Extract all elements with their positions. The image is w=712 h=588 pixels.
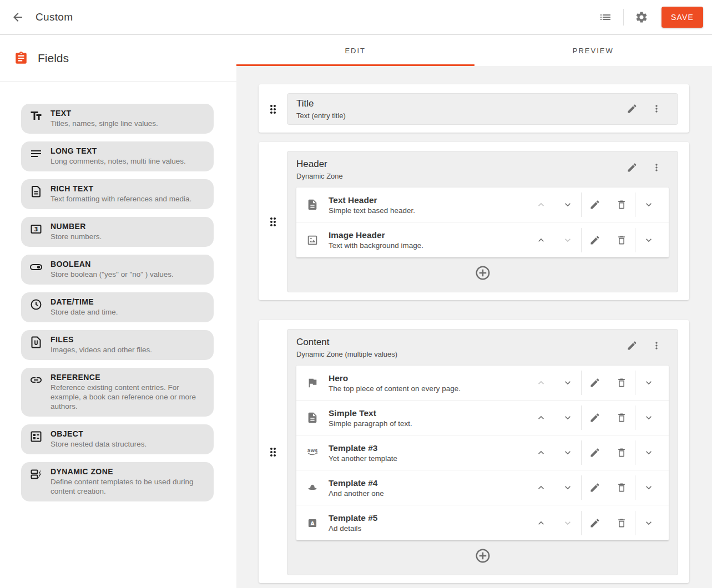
move-down-button[interactable] — [554, 191, 581, 218]
field-menu-button[interactable] — [644, 158, 669, 178]
pencil-icon — [589, 235, 600, 246]
template-name: Image Header — [329, 230, 528, 240]
drag-handle-icon[interactable] — [266, 215, 280, 229]
field-type-text[interactable]: TEXT Titles, names, single line values. — [21, 104, 214, 134]
flag-icon — [306, 377, 319, 389]
delete-template-button[interactable] — [608, 404, 635, 431]
trash-icon — [616, 518, 627, 529]
field-type-dynamic-zone[interactable]: DYNAMIC ZONE Define content templates to… — [21, 462, 214, 501]
chevron-down-icon — [562, 482, 573, 493]
move-up-button[interactable] — [528, 439, 554, 466]
field-menu-button[interactable] — [644, 99, 669, 119]
text-fields-icon — [29, 109, 43, 123]
delete-template-button[interactable] — [608, 191, 635, 218]
move-down-button[interactable] — [554, 227, 581, 254]
field-type-object[interactable]: OBJECT Store nested data structures. — [21, 424, 214, 454]
template-description: Yet another template — [329, 454, 528, 463]
field-type-number[interactable]: NUMBER Store numbers. — [21, 217, 214, 247]
image-icon — [306, 234, 319, 246]
expand-template-button[interactable] — [635, 510, 662, 536]
field-card-header: Header Dynamic Zone Text Header — [259, 142, 689, 300]
move-up-button[interactable] — [528, 404, 554, 431]
back-button[interactable] — [7, 6, 29, 28]
list-icon — [599, 11, 612, 24]
move-up-button[interactable] — [528, 510, 554, 536]
field-card-title: Title Text (entry title) — [259, 84, 689, 133]
field-title: Content — [296, 337, 620, 348]
field-type-boolean[interactable]: BOOLEAN Store boolean ("yes" or "no" ) v… — [21, 255, 214, 285]
field-type-date-time[interactable]: DATE/TIME Store date and time. — [21, 292, 214, 322]
delete-template-button[interactable] — [608, 474, 635, 501]
field-type-reference[interactable]: REFERENCE Reference existing content ent… — [21, 368, 214, 417]
save-button[interactable]: SAVE — [661, 7, 703, 28]
delete-template-button[interactable] — [608, 227, 635, 254]
edit-field-button[interactable] — [620, 99, 644, 119]
tab-edit[interactable]: EDIT — [236, 35, 474, 66]
settings-button[interactable] — [630, 6, 653, 28]
edit-template-button[interactable] — [582, 439, 608, 466]
field-type-description: Store numbers. — [51, 232, 102, 241]
expand-template-button[interactable] — [635, 474, 662, 501]
drag-handle-icon[interactable] — [266, 445, 280, 459]
move-down-button[interactable] — [554, 369, 581, 396]
expand-template-button[interactable] — [635, 439, 662, 466]
drag-handle-icon[interactable] — [266, 103, 280, 116]
move-down-button[interactable] — [554, 404, 581, 431]
expand-template-button[interactable] — [635, 404, 662, 431]
chevron-down-icon — [643, 412, 654, 423]
document-icon — [306, 412, 319, 424]
move-up-button[interactable] — [528, 474, 554, 501]
field-type-label: RICH TEXT — [51, 184, 191, 194]
fields-title: Fields — [38, 52, 69, 65]
chevron-down-icon — [562, 199, 573, 210]
long-text-icon — [29, 147, 43, 160]
move-up-button[interactable] — [528, 191, 554, 218]
delete-template-button[interactable] — [608, 510, 635, 536]
expand-template-button[interactable] — [635, 227, 662, 254]
field-menu-button[interactable] — [644, 336, 669, 356]
template-name: Hero — [329, 373, 528, 383]
field-type-files[interactable]: FILES Images, videos and other files. — [21, 330, 214, 360]
template-row-template-4: Template #4 And another one — [296, 470, 669, 505]
field-subtitle: Dynamic Zone — [296, 172, 620, 180]
template-list: Hero The top piece of content on every p… — [296, 366, 669, 540]
arrow-back-icon — [11, 11, 24, 24]
index-list-button[interactable] — [594, 6, 617, 28]
move-down-button[interactable] — [554, 439, 581, 466]
move-up-button[interactable] — [528, 369, 554, 396]
expand-template-button[interactable] — [635, 191, 662, 218]
move-up-button[interactable] — [528, 227, 554, 254]
expand-template-button[interactable] — [635, 369, 662, 396]
edit-template-button[interactable] — [582, 474, 608, 501]
pencil-icon — [589, 199, 600, 210]
field-type-label: BOOLEAN — [51, 260, 174, 269]
field-card-content: Content Dynamic Zone (multiple values) — [259, 320, 689, 583]
edit-template-button[interactable] — [582, 369, 608, 396]
delete-template-button[interactable] — [608, 439, 635, 466]
add-template-button[interactable] — [473, 546, 493, 566]
chevron-up-icon — [536, 412, 547, 423]
trash-icon — [616, 235, 627, 246]
field-type-rich-text[interactable]: RICH TEXT Text formatting with reference… — [21, 179, 214, 209]
chevron-up-icon — [536, 199, 547, 210]
move-down-button[interactable] — [554, 474, 581, 501]
delete-template-button[interactable] — [608, 369, 635, 396]
field-panel: Header Dynamic Zone Text Header — [287, 151, 678, 292]
edit-template-button[interactable] — [582, 191, 608, 218]
field-type-long-text[interactable]: LONG TEXT Long comments, notes, multi li… — [21, 141, 214, 171]
tab-preview[interactable]: PREVIEW — [474, 35, 712, 66]
edit-template-button[interactable] — [582, 510, 608, 536]
edit-template-button[interactable] — [582, 227, 608, 254]
edit-template-button[interactable] — [582, 404, 608, 431]
kebab-menu-icon — [651, 162, 662, 173]
ad-icon — [307, 518, 318, 529]
chevron-up-icon — [536, 518, 547, 529]
chevron-down-icon — [643, 199, 654, 210]
move-down-button[interactable] — [554, 510, 581, 536]
dynamic-zone-icon — [29, 468, 43, 481]
field-type-description: Store date and time. — [51, 307, 118, 317]
edit-field-button[interactable] — [620, 158, 644, 178]
field-type-description: Define content templates to be used duri… — [51, 477, 206, 496]
add-template-button[interactable] — [473, 263, 493, 283]
edit-field-button[interactable] — [620, 336, 644, 356]
